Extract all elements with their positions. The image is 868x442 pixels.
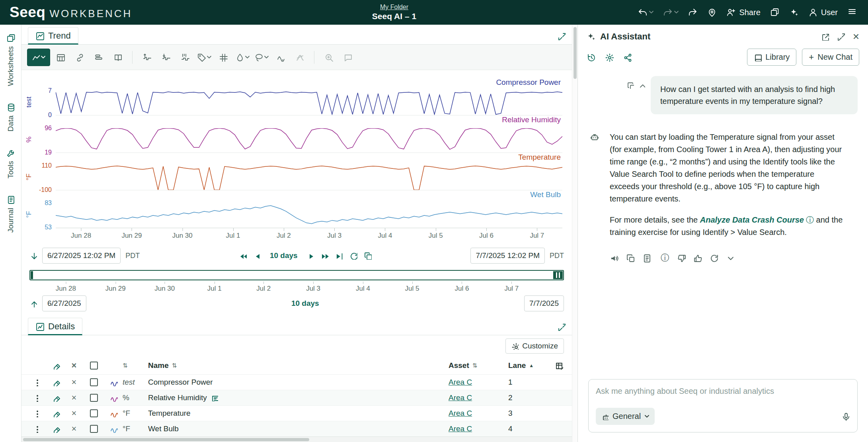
expand-panel-icon[interactable]	[837, 33, 845, 41]
sidebar-item-data[interactable]: Data	[6, 103, 15, 131]
gear-icon[interactable]	[605, 53, 614, 62]
derivative-icon[interactable]	[291, 49, 308, 66]
lane-wet-bulb[interactable]: °F 83 53 Wet Bulb	[21, 190, 572, 228]
expand-details-icon[interactable]	[558, 323, 566, 331]
display-mode-select[interactable]	[27, 49, 50, 66]
samples-icon[interactable]	[272, 49, 289, 66]
remove-icon[interactable]: ×	[65, 378, 83, 387]
investigate-range-slider[interactable]	[29, 270, 564, 280]
copy-response-icon[interactable]	[626, 254, 635, 262]
comment-icon[interactable]	[211, 394, 218, 401]
remove-icon[interactable]: ×	[65, 393, 83, 402]
capsules-icon[interactable]	[90, 49, 107, 66]
arrow-down-icon[interactable]	[29, 252, 37, 260]
row-checkbox[interactable]	[83, 409, 105, 417]
row-checkbox[interactable]	[83, 378, 105, 386]
open-external-icon[interactable]	[821, 33, 829, 41]
chat-history-icon[interactable]	[587, 53, 595, 62]
step-forward-double-icon[interactable]	[321, 252, 329, 260]
eraser-icon[interactable]	[48, 409, 65, 417]
crash-course-link[interactable]: Analyze Data Crash Course	[700, 215, 804, 224]
expand-trend-icon[interactable]	[558, 32, 566, 40]
chat-input[interactable]	[596, 387, 850, 396]
thumbs-up-icon[interactable]	[693, 254, 702, 262]
collapse-message-icon[interactable]	[638, 82, 645, 89]
row-menu-icon[interactable]	[25, 394, 48, 402]
lane-relative-humidity[interactable]: % 96 19 Relative Humidity	[21, 115, 572, 153]
step-to-end-icon[interactable]	[335, 252, 343, 260]
assistant-mode-select[interactable]: General	[596, 408, 655, 425]
aggregate-bars-icon[interactable]	[176, 49, 194, 66]
close-icon[interactable]: ×	[853, 31, 859, 42]
chevron-down-icon[interactable]	[726, 254, 735, 262]
lasso-icon[interactable]	[253, 49, 270, 66]
ai-sparkles-icon[interactable]	[789, 8, 799, 17]
asset-link[interactable]: Area C	[449, 424, 472, 433]
remove-icon[interactable]: ×	[65, 409, 83, 418]
eraser-icon[interactable]	[48, 425, 65, 433]
step-back-icon[interactable]	[253, 252, 261, 260]
investigate-duration[interactable]: 10 days	[291, 299, 319, 307]
signal-from-condition-icon[interactable]	[138, 49, 156, 66]
view-source-icon[interactable]	[642, 254, 651, 262]
breadcrumb[interactable]: My Folder	[380, 4, 408, 11]
sidebar-item-worksheets[interactable]: Worksheets	[6, 33, 15, 86]
remove-icon[interactable]: ×	[65, 424, 83, 433]
edit-columns-icon[interactable]	[546, 362, 572, 370]
customize-button[interactable]: Customize	[505, 338, 564, 354]
eraser-icon[interactable]	[48, 378, 65, 386]
column-header-asset[interactable]: Asset⇅	[449, 361, 508, 370]
scrollbar-thumb[interactable]	[23, 438, 309, 441]
redo-icon[interactable]	[663, 8, 673, 17]
refresh-range-icon[interactable]	[349, 252, 357, 260]
read-aloud-icon[interactable]	[610, 254, 618, 262]
regenerate-icon[interactable]	[710, 254, 718, 262]
condition-from-signal-icon[interactable]	[157, 49, 175, 66]
tab-trend[interactable]: Trend	[28, 27, 78, 45]
slider-handle[interactable]	[553, 271, 563, 279]
column-header-lane[interactable]: Lane▲	[508, 361, 546, 370]
sidebar-item-journal[interactable]: Journal	[6, 195, 15, 233]
select-all-checkbox[interactable]	[83, 362, 105, 370]
share-button[interactable]: Share	[726, 8, 760, 17]
table-icon[interactable]	[52, 49, 69, 66]
asset-link[interactable]: Area C	[449, 393, 472, 402]
new-chat-button[interactable]: + New Chat	[802, 49, 859, 66]
range-end-input[interactable]: 7/7/2025 12:02 PM	[470, 248, 545, 264]
sort-type-icon[interactable]: ⇅	[123, 362, 148, 369]
arrow-up-icon[interactable]	[29, 299, 37, 307]
column-header-name[interactable]: Name⇅	[148, 361, 449, 370]
lane-temperature[interactable]: °F 110 -100 Temperature	[21, 153, 572, 190]
zoom-in-icon[interactable]	[320, 49, 337, 66]
duplicate-range-icon[interactable]	[364, 252, 372, 260]
tag-icon[interactable]	[195, 49, 213, 66]
range-start-input[interactable]: 6/27/2025 12:02 PM	[42, 248, 121, 264]
hamburger-menu-icon[interactable]	[847, 7, 858, 18]
copy-message-icon[interactable]	[627, 82, 634, 89]
library-button[interactable]: Library	[747, 49, 796, 66]
asset-link[interactable]: Area C	[449, 409, 472, 418]
sidebar-item-tools[interactable]: Tools	[6, 148, 15, 178]
investigate-start-input[interactable]: 6/27/2025	[42, 295, 86, 311]
row-checkbox[interactable]	[83, 425, 105, 433]
info-icon[interactable]: ⓘ	[661, 251, 669, 265]
user-menu-button[interactable]: User	[808, 8, 838, 17]
investigate-end-input[interactable]: 7/7/2025	[524, 295, 564, 311]
forward-share-icon[interactable]	[688, 8, 698, 17]
row-menu-icon[interactable]	[25, 378, 48, 386]
row-menu-icon[interactable]	[25, 409, 48, 417]
chat-input-box[interactable]: General	[588, 379, 858, 432]
lane-compressor-power[interactable]: test 7 0 Compressor Power	[21, 78, 572, 115]
worksheets-panel-icon[interactable]	[770, 8, 780, 17]
link-icon[interactable]	[71, 49, 88, 66]
location-pin-icon[interactable]	[707, 8, 717, 17]
asset-link[interactable]: Area C	[449, 378, 472, 387]
grid-icon[interactable]	[215, 49, 232, 66]
vertical-scrollbar[interactable]	[572, 25, 577, 442]
remove-all-icon[interactable]: ×	[65, 361, 83, 370]
scrollbar-thumb[interactable]	[573, 27, 577, 79]
thumbs-down-icon[interactable]	[677, 254, 686, 262]
comment-icon[interactable]	[339, 49, 357, 66]
step-forward-icon[interactable]	[306, 252, 314, 260]
step-back-double-icon[interactable]	[239, 252, 247, 260]
